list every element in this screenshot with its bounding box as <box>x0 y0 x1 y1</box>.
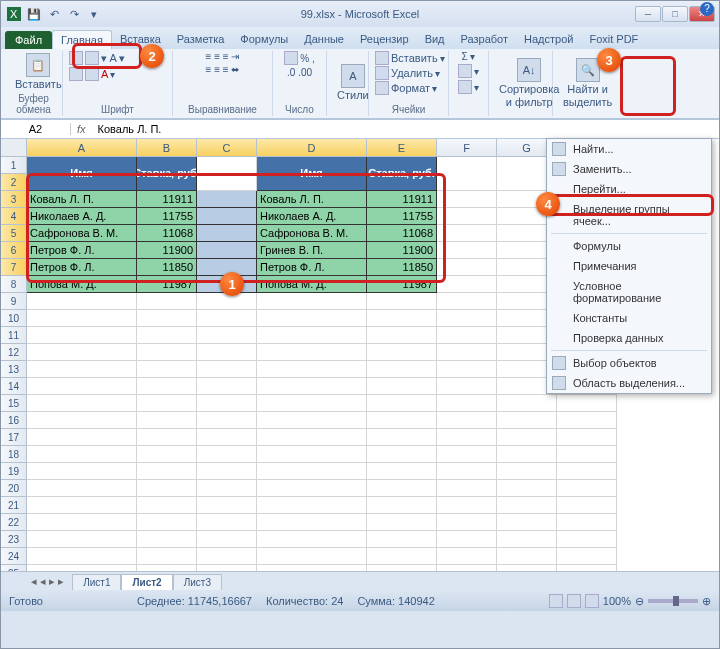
cell-B8[interactable] <box>137 293 197 310</box>
cell-D18[interactable] <box>257 463 367 480</box>
row-header-12[interactable]: 12 <box>1 344 27 361</box>
cell-G19[interactable] <box>497 480 557 497</box>
menu-validation[interactable]: Проверка данных <box>547 328 711 348</box>
cell-F12[interactable] <box>437 361 497 378</box>
cell-C23[interactable] <box>197 548 257 565</box>
cell-D23[interactable] <box>257 548 367 565</box>
cell-E10[interactable] <box>367 327 437 344</box>
menu-goto-special[interactable]: Выделение группы ячеек... <box>547 199 711 231</box>
cell-C11[interactable] <box>197 344 257 361</box>
cell-E9[interactable] <box>367 310 437 327</box>
tab-Надстрой[interactable]: Надстрой <box>516 30 581 49</box>
cell-F4[interactable] <box>437 225 497 242</box>
row-header-13[interactable]: 13 <box>1 361 27 378</box>
cell-B15[interactable] <box>137 412 197 429</box>
cell-C15[interactable] <box>197 412 257 429</box>
styles-button[interactable]: AСтили <box>333 62 373 103</box>
cell-B17[interactable] <box>137 446 197 463</box>
row-header-22[interactable]: 22 <box>1 514 27 531</box>
tab-Вид[interactable]: Вид <box>417 30 453 49</box>
cell-E8[interactable] <box>367 293 437 310</box>
cell-E17[interactable] <box>367 446 437 463</box>
cell-C20[interactable] <box>197 497 257 514</box>
cell-B13[interactable] <box>137 378 197 395</box>
tab-Рецензир[interactable]: Рецензир <box>352 30 417 49</box>
cell-C9[interactable] <box>197 310 257 327</box>
t2-rate-1[interactable]: 11755 <box>367 208 437 225</box>
t1-rate-3[interactable]: 11900 <box>137 242 197 259</box>
cell-A16[interactable] <box>27 429 137 446</box>
cell-D11[interactable] <box>257 344 367 361</box>
cell-A21[interactable] <box>27 514 137 531</box>
cell-G21[interactable] <box>497 514 557 531</box>
menu-constants[interactable]: Константы <box>547 308 711 328</box>
cell-H22[interactable] <box>557 531 617 548</box>
cell-E15[interactable] <box>367 412 437 429</box>
cell-G17[interactable] <box>497 446 557 463</box>
t2-rate-0[interactable]: 11911 <box>367 191 437 208</box>
cell-A15[interactable] <box>27 412 137 429</box>
tab-Разработ[interactable]: Разработ <box>453 30 516 49</box>
cell-A10[interactable] <box>27 327 137 344</box>
cell-A19[interactable] <box>27 480 137 497</box>
cell-C18[interactable] <box>197 463 257 480</box>
undo-icon[interactable]: ↶ <box>45 5 63 23</box>
tab-Разметка[interactable]: Разметка <box>169 30 233 49</box>
t1-rate-5[interactable]: 11987 <box>137 276 197 293</box>
cell-F1[interactable] <box>437 157 497 191</box>
t1-name-4[interactable]: Петров Ф. Л. <box>27 259 137 276</box>
cell-c7[interactable] <box>197 276 257 293</box>
t1-name-0[interactable]: Коваль Л. П. <box>27 191 137 208</box>
cell-C24[interactable] <box>197 565 257 571</box>
minimize-button[interactable]: ─ <box>635 6 661 22</box>
cell-B22[interactable] <box>137 531 197 548</box>
menu-goto[interactable]: Перейти... <box>547 179 711 199</box>
cell-E16[interactable] <box>367 429 437 446</box>
row-header-18[interactable]: 18 <box>1 446 27 463</box>
cell-D24[interactable] <box>257 565 367 571</box>
t2-name-0[interactable]: Коваль Л. П. <box>257 191 367 208</box>
cell-F18[interactable] <box>437 463 497 480</box>
cell-A13[interactable] <box>27 378 137 395</box>
cell-A9[interactable] <box>27 310 137 327</box>
row-header-23[interactable]: 23 <box>1 531 27 548</box>
t1-name-1[interactable]: Николаев А. Д. <box>27 208 137 225</box>
cell-G14[interactable] <box>497 395 557 412</box>
cell-H19[interactable] <box>557 480 617 497</box>
cell-H21[interactable] <box>557 514 617 531</box>
row-header-5[interactable]: 5 <box>1 225 27 242</box>
row-header-11[interactable]: 11 <box>1 327 27 344</box>
menu-select-objects[interactable]: Выбор объектов <box>547 353 711 373</box>
row-header-7[interactable]: 7 <box>1 259 27 276</box>
row-header-2[interactable]: 2 <box>1 174 27 191</box>
tab-Формулы[interactable]: Формулы <box>232 30 296 49</box>
row-header-9[interactable]: 9 <box>1 293 27 310</box>
t1-rate-1[interactable]: 11755 <box>137 208 197 225</box>
sheet-tab-Лист2[interactable]: Лист2 <box>121 574 172 590</box>
cell-G20[interactable] <box>497 497 557 514</box>
cell-F5[interactable] <box>437 242 497 259</box>
cell-C22[interactable] <box>197 531 257 548</box>
cell-H24[interactable] <box>557 565 617 571</box>
bold-icon[interactable] <box>69 51 83 65</box>
formula-input[interactable]: Коваль Л. П. <box>92 123 168 135</box>
cell-C17[interactable] <box>197 446 257 463</box>
fill-icon[interactable] <box>85 67 99 81</box>
header-name-1[interactable]: Имя <box>27 157 137 191</box>
cell-F3[interactable] <box>437 208 497 225</box>
zoom-out-button[interactable]: ⊖ <box>635 595 644 608</box>
col-header-B[interactable]: B <box>137 139 197 157</box>
cell-F6[interactable] <box>437 259 497 276</box>
cell-A12[interactable] <box>27 361 137 378</box>
cell-A18[interactable] <box>27 463 137 480</box>
cell-c6[interactable] <box>197 259 257 276</box>
cell-c4[interactable] <box>197 225 257 242</box>
menu-formulas[interactable]: Формулы <box>547 236 711 256</box>
cell-B16[interactable] <box>137 429 197 446</box>
row-header-14[interactable]: 14 <box>1 378 27 395</box>
t1-rate-4[interactable]: 11850 <box>137 259 197 276</box>
cell-B10[interactable] <box>137 327 197 344</box>
cell-B23[interactable] <box>137 548 197 565</box>
cell-G15[interactable] <box>497 412 557 429</box>
col-header-A[interactable]: A <box>27 139 137 157</box>
